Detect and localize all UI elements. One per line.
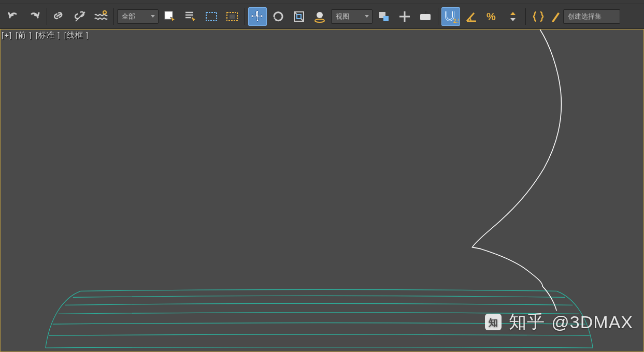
svg-line-0 xyxy=(76,12,85,21)
redo-button[interactable] xyxy=(25,7,44,26)
separator xyxy=(113,8,114,25)
snap-icon: 2.5 xyxy=(443,9,459,24)
spinner-snap-icon xyxy=(506,10,520,23)
rectangle-region-button[interactable] xyxy=(202,7,221,26)
svg-rect-10 xyxy=(297,14,301,19)
viewport-front[interactable]: [+] [前 ] [标准 ] [线框 ] 知 知乎 @3DMAX xyxy=(0,29,644,352)
svg-rect-6 xyxy=(206,12,217,21)
pencil-icon xyxy=(551,10,560,23)
dropdown-label: 全部 xyxy=(122,12,135,21)
watermark-site: 知乎 xyxy=(509,310,545,334)
svg-rect-8 xyxy=(230,14,235,19)
place-icon xyxy=(313,10,326,23)
select-and-scale-button[interactable] xyxy=(290,7,308,26)
braces-icon xyxy=(532,10,545,23)
undo-icon xyxy=(7,10,20,23)
angle-snap-button[interactable] xyxy=(462,7,481,26)
svg-point-11 xyxy=(317,12,323,18)
svg-text:%: % xyxy=(486,11,496,22)
separator xyxy=(438,8,438,25)
watermark-handle: @3DMAX xyxy=(551,312,633,332)
snap-toggle-button[interactable]: 2.5 xyxy=(441,7,460,26)
undo-button[interactable] xyxy=(4,7,23,26)
select-and-manipulate-button[interactable] xyxy=(395,7,414,26)
redo-icon xyxy=(27,10,41,23)
link-icon xyxy=(53,10,66,23)
select-and-place-button[interactable] xyxy=(310,7,329,26)
select-object-button[interactable] xyxy=(161,7,179,26)
percent-snap-icon: % xyxy=(485,10,499,23)
cursor-select-icon xyxy=(163,10,177,23)
menubar-strip xyxy=(0,0,644,4)
unlink-button[interactable] xyxy=(71,7,90,26)
dropdown-label: 视图 xyxy=(336,12,349,21)
zhihu-logo-icon: 知 xyxy=(484,313,503,331)
caret-down-icon xyxy=(151,15,155,18)
selection-filter-dropdown[interactable]: 全部 xyxy=(117,9,159,24)
percent-snap-button[interactable]: % xyxy=(483,7,502,26)
link-button[interactable] xyxy=(50,7,69,26)
separator xyxy=(525,8,526,25)
svg-point-1 xyxy=(103,11,106,14)
keyboard-shortcut-override-button[interactable] xyxy=(416,7,435,26)
svg-point-12 xyxy=(315,19,324,22)
spacewarp-icon xyxy=(94,10,108,23)
rotate-icon xyxy=(271,10,285,23)
named-selection-sets-button[interactable] xyxy=(529,7,548,26)
scale-icon xyxy=(292,10,306,23)
window-crossing-button[interactable] xyxy=(223,7,241,26)
pivot-center-button[interactable] xyxy=(375,7,393,26)
watermark: 知 知乎 @3DMAX xyxy=(484,310,633,334)
svg-text:知: 知 xyxy=(488,317,498,328)
edit-selection-sets-button[interactable] xyxy=(550,7,561,26)
caret-down-icon xyxy=(365,15,369,18)
separator xyxy=(47,8,47,25)
list-select-icon xyxy=(184,10,197,23)
reference-coord-dropdown[interactable]: 视图 xyxy=(331,9,373,24)
window-crossing-icon xyxy=(225,10,239,23)
separator xyxy=(245,8,245,25)
main-toolbar: 全部 视图 2.5 % xyxy=(0,4,644,29)
manipulate-icon xyxy=(398,10,411,23)
select-and-move-button[interactable] xyxy=(248,7,267,26)
svg-rect-14 xyxy=(383,16,389,21)
viewport-scene xyxy=(1,30,643,351)
selection-set-name-input[interactable]: 创建选择集 xyxy=(563,9,620,24)
select-and-rotate-button[interactable] xyxy=(269,7,288,26)
bind-spacewarp-button[interactable] xyxy=(92,7,110,26)
spline-object xyxy=(473,30,562,311)
move-icon xyxy=(250,9,265,24)
svg-rect-17 xyxy=(420,14,431,20)
unlink-icon xyxy=(74,10,87,23)
select-by-name-button[interactable] xyxy=(181,7,200,26)
rectangle-region-icon xyxy=(205,10,218,23)
spinner-snap-button[interactable] xyxy=(504,7,522,26)
svg-text:2.5: 2.5 xyxy=(453,18,459,24)
angle-snap-icon xyxy=(465,10,478,23)
keyboard-override-icon xyxy=(419,10,432,23)
pivot-icon xyxy=(377,10,391,23)
input-placeholder: 创建选择集 xyxy=(568,12,602,21)
